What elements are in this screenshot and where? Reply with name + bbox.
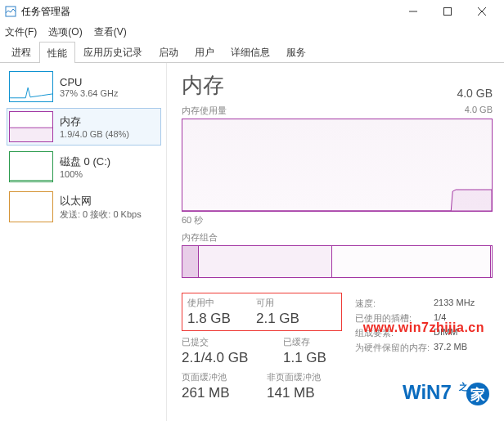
- spec-val-form: DIMM: [434, 327, 457, 339]
- sidebar-item-cpu[interactable]: CPU37% 3.64 GHz: [7, 68, 161, 105]
- svg-rect-5: [10, 128, 52, 141]
- spec-key-slots: 已使用的插槽:: [355, 312, 434, 325]
- sidebar-item-label: 内存: [60, 114, 129, 129]
- tab-users[interactable]: 用户: [187, 41, 223, 62]
- metric-value-inuse: 1.8 GB: [187, 311, 246, 327]
- metric-label-paged: 页面缓冲池: [182, 371, 257, 383]
- sidebar-item-disk[interactable]: 磁盘 0 (C:)100%: [7, 148, 161, 186]
- spec-val-speed: 2133 MHz: [434, 298, 475, 310]
- window-title: 任务管理器: [21, 5, 70, 19]
- metric-label-avail: 可用: [256, 297, 315, 309]
- menubar: 文件(F) 选项(O) 查看(V): [0, 23, 504, 41]
- composition-seg-standby: [332, 246, 491, 277]
- minimize-button[interactable]: [396, 0, 430, 23]
- sidebar-item-label: 磁盘 0 (C:): [60, 155, 110, 169]
- metric-label-nonpaged: 非页面缓冲池: [267, 371, 326, 383]
- metric-label-inuse: 使用中: [187, 297, 246, 309]
- metric-value-avail: 2.1 GB: [256, 311, 315, 327]
- metric-value-cached: 1.1 GB: [283, 350, 342, 366]
- composition-seg-inuse: [199, 246, 333, 277]
- graph-max: 4.0 GB: [465, 105, 493, 117]
- sidebar-item-stat: 37% 3.64 GHz: [60, 88, 119, 98]
- main-panel: 内存 4.0 GB 内存使用量 4.0 GB 60 秒 内存组合 使用中: [167, 63, 504, 421]
- page-title: 内存: [182, 71, 224, 100]
- memory-usage-graph[interactable]: [182, 119, 493, 212]
- memory-total: 4.0 GB: [457, 87, 493, 100]
- spec-val-reserved: 37.2 MB: [434, 342, 467, 354]
- disk-thumb: [9, 151, 53, 182]
- tab-strip: 进程 性能 应用历史记录 启动 用户 详细信息 服务: [0, 41, 504, 63]
- sidebar-item-stat: 100%: [60, 169, 110, 179]
- sidebar-item-stat: 1.9/4.0 GB (48%): [60, 129, 129, 139]
- cpu-thumb: [9, 71, 53, 102]
- app-icon: [5, 6, 16, 17]
- metric-label-commit: 已提交: [182, 336, 273, 348]
- metric-label-cached: 已缓存: [283, 336, 342, 348]
- composition-label: 内存组合: [182, 231, 218, 244]
- tab-startup[interactable]: 启动: [151, 41, 187, 62]
- metric-value-nonpaged: 141 MB: [267, 385, 326, 401]
- memory-composition-graph[interactable]: [182, 245, 493, 278]
- sidebar-item-stat: 发送: 0 接收: 0 Kbps: [60, 208, 142, 221]
- highlighted-metrics: 使用中 1.8 GB 可用 2.1 GB: [182, 293, 342, 331]
- maximize-button[interactable]: [430, 0, 465, 23]
- spec-key-reserved: 为硬件保留的内存:: [355, 342, 434, 354]
- composition-seg-free: [491, 246, 492, 277]
- tab-performance[interactable]: 性能: [39, 42, 75, 63]
- time-axis: 60 秒: [182, 214, 493, 226]
- menu-view[interactable]: 查看(V): [94, 25, 127, 39]
- sidebar-item-ethernet[interactable]: 以太网发送: 0 接收: 0 Kbps: [7, 188, 161, 226]
- tab-details[interactable]: 详细信息: [223, 41, 278, 62]
- menu-options[interactable]: 选项(O): [48, 25, 82, 39]
- titlebar: 任务管理器: [0, 0, 504, 23]
- sidebar: CPU37% 3.64 GHz 内存1.9/4.0 GB (48%) 磁盘 0 …: [0, 63, 167, 421]
- spec-key-speed: 速度:: [355, 298, 434, 310]
- tab-processes[interactable]: 进程: [3, 41, 39, 62]
- sidebar-item-label: 以太网: [60, 194, 142, 208]
- spec-val-slots: 1/4: [434, 312, 446, 325]
- memory-thumb: [9, 111, 53, 142]
- tab-app-history[interactable]: 应用历史记录: [75, 41, 151, 62]
- sidebar-item-label: CPU: [60, 76, 119, 88]
- svg-rect-2: [444, 8, 452, 16]
- ethernet-thumb: [9, 191, 53, 222]
- memory-specs: 速度:2133 MHz 已使用的插槽:1/4 组成要素:DIMM 为硬件保留的内…: [355, 298, 475, 401]
- metric-value-paged: 261 MB: [182, 385, 257, 401]
- composition-seg-reserved: [182, 246, 199, 277]
- menu-file[interactable]: 文件(F): [5, 25, 37, 39]
- graph-label: 内存使用量: [182, 105, 227, 117]
- close-button[interactable]: [465, 0, 499, 23]
- metric-value-commit: 2.1/4.0 GB: [182, 350, 273, 366]
- tab-services[interactable]: 服务: [278, 41, 314, 62]
- sidebar-item-memory[interactable]: 内存1.9/4.0 GB (48%): [7, 108, 161, 146]
- spec-key-form: 组成要素:: [355, 327, 434, 339]
